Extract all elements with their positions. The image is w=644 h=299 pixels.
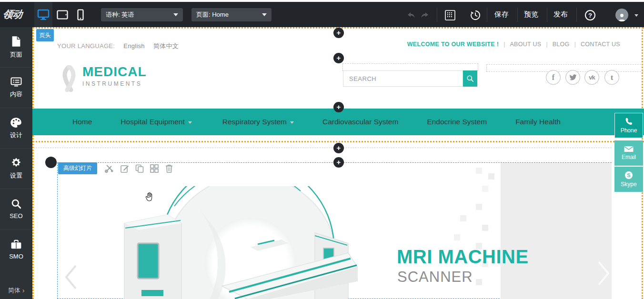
nav-item-hospital-equipment[interactable]: Hospital Equipment bbox=[121, 118, 191, 126]
publish-button[interactable]: 发布 bbox=[553, 2, 568, 27]
avatar-chevron-down-icon[interactable] bbox=[634, 14, 638, 17]
search-bar bbox=[343, 70, 477, 87]
undo-button[interactable] bbox=[405, 10, 417, 21]
add-section-button[interactable] bbox=[333, 53, 344, 63]
device-mobile-tab[interactable] bbox=[71, 2, 90, 27]
module-copy-button[interactable] bbox=[135, 164, 144, 173]
tablet-icon bbox=[57, 10, 68, 20]
toolbar-divider bbox=[487, 8, 487, 22]
desktop-icon bbox=[37, 9, 50, 20]
language-option-chinese[interactable]: 简体中文 bbox=[153, 42, 179, 50]
editor-toolbar: 领动 语种: 英语 页面: Home bbox=[0, 2, 644, 27]
module-boundary-line bbox=[33, 148, 612, 148]
toolbar-divider bbox=[437, 8, 437, 22]
redo-button[interactable] bbox=[419, 10, 431, 21]
module-hover-outline bbox=[486, 64, 644, 72]
phone-widget[interactable]: Phone bbox=[614, 113, 643, 138]
page-dropdown[interactable]: 页面: Home bbox=[191, 8, 272, 21]
module-edit-button[interactable] bbox=[120, 164, 130, 173]
toolbar-divider bbox=[517, 8, 518, 22]
mri-machine-image bbox=[110, 186, 358, 299]
chevron-right-icon: › bbox=[22, 287, 25, 294]
facebook-icon[interactable]: f bbox=[546, 70, 561, 85]
carousel-next-arrow[interactable] bbox=[597, 260, 611, 287]
avatar[interactable] bbox=[615, 9, 628, 21]
slide-subtitle: SCANNER bbox=[397, 269, 473, 286]
main-navigation: Home Hospital Equipment Respiratory Syst… bbox=[32, 109, 644, 135]
sidebar-item-settings[interactable]: 设置 bbox=[0, 149, 32, 189]
guide-line bbox=[32, 27, 34, 299]
copy-icon bbox=[135, 164, 144, 173]
vk-icon[interactable]: vk bbox=[584, 70, 599, 85]
nav-item-cardiovascular-system[interactable]: Cardiovascular System bbox=[322, 118, 398, 126]
about-us-link[interactable]: ABOUT US bbox=[510, 41, 541, 48]
module-settings-button[interactable] bbox=[104, 164, 114, 173]
toolbar-divider bbox=[576, 8, 577, 22]
blog-link[interactable]: BLOG bbox=[553, 41, 570, 48]
layout-grid-icon bbox=[150, 164, 159, 173]
content-icon bbox=[10, 77, 22, 87]
guide-line bbox=[32, 141, 644, 142]
phone-icon bbox=[624, 117, 633, 126]
skype-widget[interactable]: S Skype bbox=[614, 167, 643, 192]
header-module-tag[interactable]: 页头 bbox=[36, 29, 54, 41]
redo-icon bbox=[420, 11, 430, 20]
app-logo: 领动 bbox=[2, 8, 32, 22]
sidebar-item-pages[interactable]: 页面 bbox=[0, 27, 32, 68]
device-tablet-tab[interactable] bbox=[53, 2, 71, 27]
search-button[interactable] bbox=[463, 70, 477, 87]
undo-icon bbox=[406, 11, 416, 20]
svg-text:S: S bbox=[627, 172, 630, 178]
sidebar-language-switcher[interactable]: 简体 › bbox=[0, 285, 32, 296]
contact-us-link[interactable]: CONTACT US bbox=[581, 41, 620, 48]
utility-nav: WELCOME TO OUR WEBSITE ! | ABOUT US | BL… bbox=[407, 41, 620, 48]
sidebar-item-content[interactable]: 内容 bbox=[0, 68, 32, 108]
email-widget[interactable]: Email bbox=[614, 140, 643, 166]
chevron-down-icon bbox=[173, 13, 178, 16]
nav-item-respiratory-system[interactable]: Respiratory System bbox=[222, 118, 294, 126]
page-canvas: 页头 YOUR LANGUAGE: English 简体中文 WELCOME T… bbox=[32, 27, 644, 299]
design-palette-icon bbox=[10, 117, 22, 128]
language-dropdown[interactable]: 语种: 英语 bbox=[101, 8, 183, 21]
history-button[interactable] bbox=[470, 10, 481, 21]
grid-button[interactable] bbox=[444, 10, 456, 21]
search-icon bbox=[466, 75, 474, 82]
slide-title: MRI MACHINE bbox=[397, 246, 529, 268]
carousel-prev-arrow[interactable] bbox=[63, 264, 78, 290]
sidebar-item-seo[interactable]: SEO bbox=[0, 189, 32, 229]
slider-module[interactable]: MRI MACHINE SCANNER bbox=[57, 162, 612, 299]
preview-button[interactable]: 预览 bbox=[524, 2, 538, 27]
search-icon bbox=[11, 199, 21, 209]
add-section-button[interactable] bbox=[333, 28, 344, 38]
hand-cursor bbox=[145, 192, 154, 202]
nav-item-family-health[interactable]: Family Health bbox=[515, 118, 561, 126]
nav-item-endocrine-system[interactable]: Endocrine System bbox=[427, 118, 487, 126]
chevron-down-icon bbox=[290, 121, 294, 124]
module-drag-handle[interactable] bbox=[45, 157, 57, 168]
help-button[interactable]: ? bbox=[585, 10, 595, 20]
user-icon bbox=[617, 12, 626, 21]
nav-item-home[interactable]: Home bbox=[72, 118, 92, 126]
mobile-icon bbox=[77, 9, 84, 20]
add-section-button[interactable] bbox=[333, 157, 344, 168]
module-layout-button[interactable] bbox=[150, 164, 159, 173]
sidebar-item-smo[interactable]: SMO bbox=[0, 229, 32, 270]
module-delete-button[interactable] bbox=[164, 164, 174, 173]
search-input[interactable] bbox=[343, 70, 463, 87]
site-language-bar: YOUR LANGUAGE: English 简体中文 bbox=[57, 42, 179, 50]
trash-icon bbox=[165, 164, 173, 173]
add-section-button[interactable] bbox=[333, 102, 344, 112]
sidebar-item-design[interactable]: 设计 bbox=[0, 108, 32, 149]
add-section-button[interactable] bbox=[333, 143, 344, 153]
device-desktop-tab[interactable] bbox=[34, 2, 52, 27]
email-icon bbox=[624, 146, 634, 152]
welcome-text: WELCOME TO OUR WEBSITE ! bbox=[407, 41, 499, 48]
chevron-down-icon bbox=[262, 13, 267, 16]
tumblr-icon[interactable]: t bbox=[604, 70, 619, 85]
slider-module-tag[interactable]: 高级幻灯片 bbox=[58, 162, 97, 174]
twitter-icon[interactable] bbox=[565, 70, 580, 85]
site-logo[interactable]: MEDICAL INSTRUMENTS bbox=[60, 65, 147, 92]
language-option-english[interactable]: English bbox=[123, 42, 145, 50]
module-hover-outline bbox=[342, 63, 478, 71]
save-button[interactable]: 保存 bbox=[494, 2, 509, 27]
